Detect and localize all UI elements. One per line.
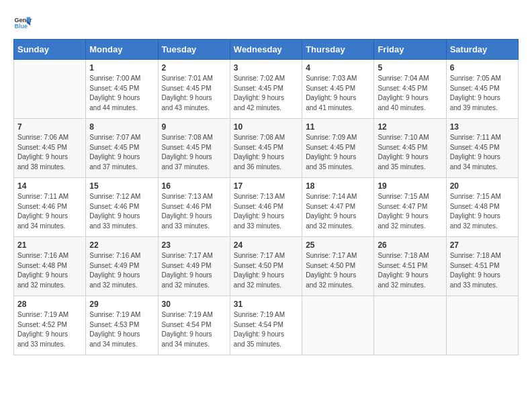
- day-cell: 26Sunrise: 7:18 AMSunset: 4:51 PMDayligh…: [374, 237, 446, 296]
- day-number: 30: [162, 300, 226, 309]
- day-number: 2: [162, 63, 226, 73]
- header-wednesday: Wednesday: [230, 40, 302, 60]
- calendar-table: SundayMondayTuesdayWednesdayThursdayFrid…: [13, 39, 519, 355]
- day-info: Sunrise: 7:04 AMSunset: 4:45 PMDaylight:…: [378, 74, 442, 113]
- day-number: 7: [17, 122, 82, 132]
- day-cell: 3Sunrise: 7:02 AMSunset: 4:45 PMDaylight…: [230, 60, 302, 119]
- day-info: Sunrise: 7:13 AMSunset: 4:46 PMDaylight:…: [234, 192, 298, 231]
- day-number: 29: [89, 300, 154, 309]
- header-thursday: Thursday: [302, 40, 374, 60]
- day-cell: 23Sunrise: 7:17 AMSunset: 4:49 PMDayligh…: [158, 237, 230, 296]
- day-cell: [374, 296, 446, 355]
- day-number: 3: [234, 63, 298, 73]
- svg-text:Blue: Blue: [14, 23, 28, 30]
- logo-icon: General Blue: [13, 13, 32, 32]
- day-info: Sunrise: 7:19 AMSunset: 4:53 PMDaylight:…: [89, 310, 154, 349]
- day-cell: 1Sunrise: 7:00 AMSunset: 4:45 PMDaylight…: [86, 60, 158, 119]
- day-info: Sunrise: 7:17 AMSunset: 4:49 PMDaylight:…: [162, 251, 226, 290]
- day-number: 22: [89, 240, 154, 250]
- day-number: 17: [234, 181, 298, 191]
- day-cell: [446, 296, 518, 355]
- day-info: Sunrise: 7:18 AMSunset: 4:51 PMDaylight:…: [450, 251, 515, 290]
- day-cell: 7Sunrise: 7:06 AMSunset: 4:45 PMDaylight…: [14, 119, 86, 178]
- day-number: 31: [234, 300, 298, 309]
- day-cell: 30Sunrise: 7:19 AMSunset: 4:54 PMDayligh…: [158, 296, 230, 355]
- day-number: 16: [162, 181, 226, 191]
- header-sunday: Sunday: [14, 40, 86, 60]
- day-number: 19: [378, 181, 442, 191]
- day-number: 8: [89, 122, 154, 132]
- week-row-2: 7Sunrise: 7:06 AMSunset: 4:45 PMDaylight…: [14, 119, 519, 178]
- week-row-1: 1Sunrise: 7:00 AMSunset: 4:45 PMDaylight…: [14, 60, 519, 119]
- day-cell: 19Sunrise: 7:15 AMSunset: 4:47 PMDayligh…: [374, 178, 446, 237]
- day-info: Sunrise: 7:00 AMSunset: 4:45 PMDaylight:…: [89, 74, 154, 113]
- day-info: Sunrise: 7:13 AMSunset: 4:46 PMDaylight:…: [162, 192, 226, 231]
- day-number: 27: [450, 240, 515, 250]
- day-number: 6: [450, 63, 515, 73]
- day-info: Sunrise: 7:12 AMSunset: 4:46 PMDaylight:…: [89, 192, 154, 231]
- day-cell: 11Sunrise: 7:09 AMSunset: 4:45 PMDayligh…: [302, 119, 374, 178]
- day-number: 12: [378, 122, 442, 132]
- page-header: General Blue: [13, 13, 519, 32]
- day-info: Sunrise: 7:08 AMSunset: 4:45 PMDaylight:…: [162, 133, 226, 172]
- day-info: Sunrise: 7:19 AMSunset: 4:54 PMDaylight:…: [234, 310, 298, 349]
- day-cell: 17Sunrise: 7:13 AMSunset: 4:46 PMDayligh…: [230, 178, 302, 237]
- day-number: 1: [89, 63, 154, 73]
- day-number: 24: [234, 240, 298, 250]
- day-info: Sunrise: 7:18 AMSunset: 4:51 PMDaylight:…: [378, 251, 442, 290]
- day-number: 14: [17, 181, 82, 191]
- day-cell: 20Sunrise: 7:15 AMSunset: 4:48 PMDayligh…: [446, 178, 518, 237]
- day-number: 23: [162, 240, 226, 250]
- day-number: 26: [378, 240, 442, 250]
- day-cell: 10Sunrise: 7:08 AMSunset: 4:45 PMDayligh…: [230, 119, 302, 178]
- logo: General Blue: [13, 13, 32, 32]
- day-cell: 14Sunrise: 7:11 AMSunset: 4:46 PMDayligh…: [14, 178, 86, 237]
- day-cell: [302, 296, 374, 355]
- day-cell: 21Sunrise: 7:16 AMSunset: 4:48 PMDayligh…: [14, 237, 86, 296]
- day-info: Sunrise: 7:15 AMSunset: 4:48 PMDaylight:…: [450, 192, 515, 231]
- day-cell: 15Sunrise: 7:12 AMSunset: 4:46 PMDayligh…: [86, 178, 158, 237]
- day-info: Sunrise: 7:05 AMSunset: 4:45 PMDaylight:…: [450, 74, 515, 113]
- day-info: Sunrise: 7:09 AMSunset: 4:45 PMDaylight:…: [306, 133, 370, 172]
- header-saturday: Saturday: [446, 40, 518, 60]
- day-cell: 27Sunrise: 7:18 AMSunset: 4:51 PMDayligh…: [446, 237, 518, 296]
- day-number: 5: [378, 63, 442, 73]
- day-info: Sunrise: 7:01 AMSunset: 4:45 PMDaylight:…: [162, 74, 226, 113]
- day-cell: 4Sunrise: 7:03 AMSunset: 4:45 PMDaylight…: [302, 60, 374, 119]
- header-friday: Friday: [374, 40, 446, 60]
- day-cell: 12Sunrise: 7:10 AMSunset: 4:45 PMDayligh…: [374, 119, 446, 178]
- day-info: Sunrise: 7:16 AMSunset: 4:49 PMDaylight:…: [89, 251, 154, 290]
- week-row-3: 14Sunrise: 7:11 AMSunset: 4:46 PMDayligh…: [14, 178, 519, 237]
- week-row-4: 21Sunrise: 7:16 AMSunset: 4:48 PMDayligh…: [14, 237, 519, 296]
- day-info: Sunrise: 7:15 AMSunset: 4:47 PMDaylight:…: [378, 192, 442, 231]
- day-number: 28: [17, 300, 82, 309]
- day-number: 20: [450, 181, 515, 191]
- day-info: Sunrise: 7:03 AMSunset: 4:45 PMDaylight:…: [306, 74, 370, 113]
- day-cell: 24Sunrise: 7:17 AMSunset: 4:50 PMDayligh…: [230, 237, 302, 296]
- day-cell: 5Sunrise: 7:04 AMSunset: 4:45 PMDaylight…: [374, 60, 446, 119]
- day-number: 13: [450, 122, 515, 132]
- day-cell: 31Sunrise: 7:19 AMSunset: 4:54 PMDayligh…: [230, 296, 302, 355]
- day-cell: 22Sunrise: 7:16 AMSunset: 4:49 PMDayligh…: [86, 237, 158, 296]
- day-info: Sunrise: 7:06 AMSunset: 4:45 PMDaylight:…: [17, 133, 82, 172]
- header-monday: Monday: [86, 40, 158, 60]
- day-info: Sunrise: 7:17 AMSunset: 4:50 PMDaylight:…: [306, 251, 370, 290]
- day-number: 4: [306, 63, 370, 73]
- day-info: Sunrise: 7:11 AMSunset: 4:46 PMDaylight:…: [17, 192, 82, 231]
- day-number: 9: [162, 122, 226, 132]
- day-cell: 9Sunrise: 7:08 AMSunset: 4:45 PMDaylight…: [158, 119, 230, 178]
- header-row: SundayMondayTuesdayWednesdayThursdayFrid…: [14, 40, 519, 60]
- day-info: Sunrise: 7:19 AMSunset: 4:52 PMDaylight:…: [17, 310, 82, 349]
- day-cell: 18Sunrise: 7:14 AMSunset: 4:47 PMDayligh…: [302, 178, 374, 237]
- day-info: Sunrise: 7:19 AMSunset: 4:54 PMDaylight:…: [162, 310, 226, 349]
- day-cell: [14, 60, 86, 119]
- day-info: Sunrise: 7:10 AMSunset: 4:45 PMDaylight:…: [378, 133, 442, 172]
- day-number: 10: [234, 122, 298, 132]
- day-info: Sunrise: 7:14 AMSunset: 4:47 PMDaylight:…: [306, 192, 370, 231]
- day-info: Sunrise: 7:16 AMSunset: 4:48 PMDaylight:…: [17, 251, 82, 290]
- day-cell: 16Sunrise: 7:13 AMSunset: 4:46 PMDayligh…: [158, 178, 230, 237]
- day-info: Sunrise: 7:17 AMSunset: 4:50 PMDaylight:…: [234, 251, 298, 290]
- day-cell: 8Sunrise: 7:07 AMSunset: 4:45 PMDaylight…: [86, 119, 158, 178]
- day-cell: 13Sunrise: 7:11 AMSunset: 4:45 PMDayligh…: [446, 119, 518, 178]
- day-number: 18: [306, 181, 370, 191]
